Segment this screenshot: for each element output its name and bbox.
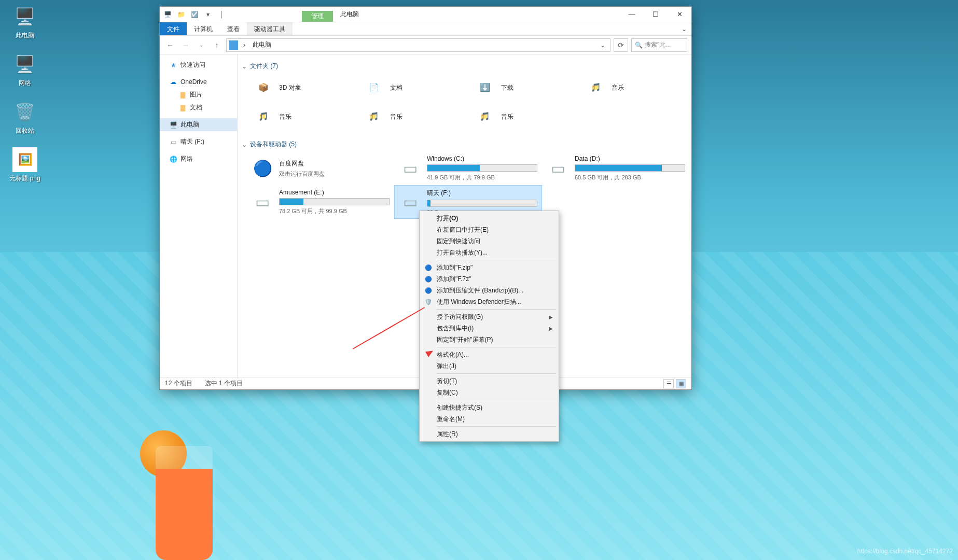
desktop-icon-network[interactable]: 🖥️网络 [5,52,45,88]
menu-separator [437,373,556,374]
drive-item[interactable]: ▭Data (D:)60.5 GB 可用，共 283 GB [543,152,689,185]
image-file-icon: 🖼️ [12,147,37,172]
folder-icon: 📁📦 [251,76,274,99]
desktop-icon-image-file[interactable]: 🖼️无标题.png [5,147,45,183]
menu-item-label: 创建快捷方式(S) [437,403,482,412]
back-button[interactable]: ← [164,39,176,51]
monitor-icon: 🖥️ [12,4,37,29]
minimize-button[interactable]: — [620,7,644,22]
menu-item-label: 弹出(J) [437,362,456,371]
drive-item[interactable]: ▭Windows (C:)41.9 GB 可用，共 79.9 GB [395,152,542,185]
close-button[interactable]: ✕ [668,7,691,22]
submenu-arrow-icon: ▶ [549,314,553,320]
sidebar-onedrive[interactable]: ☁OneDrive [160,76,237,88]
desktop-icon-this-pc[interactable]: 🖥️此电脑 [5,4,45,40]
forward-button[interactable]: → [179,39,192,51]
group-header-folders[interactable]: ⌄文件夹 (7) [240,59,689,74]
menu-item[interactable]: 固定到"开始"屏幕(P) [421,334,557,345]
menu-item[interactable]: 剪切(T) [421,375,557,387]
menu-item[interactable]: 复制(C) [421,387,557,398]
desktop-icon-label: 此电脑 [5,31,45,40]
window-title: 此电脑 [333,7,366,22]
icons-view-button[interactable]: ▦ [676,379,686,388]
titlebar[interactable]: 🖥️ 📁 ☑️ ▾ │ 管理 此电脑 — ☐ ✕ [160,7,691,22]
folder-item[interactable]: 📁🎵音乐 [469,103,579,131]
menu-item[interactable]: 在新窗口中打开(E) [421,224,557,235]
folder-item[interactable]: 📁🎵音乐 [358,103,468,131]
submenu-arrow-icon: ▶ [549,326,553,331]
group-label: 文件夹 (7) [250,62,278,71]
drives-grid: 🔵百度网盘双击运行百度网盘▭Windows (C:)41.9 GB 可用，共 7… [240,152,689,218]
sidebar-network[interactable]: 🌐网络 [160,152,237,165]
menu-item-label: 添加到"F.zip" [437,263,473,272]
menu-item[interactable]: 格式化(A)... [421,349,557,360]
sidebar-drive-f[interactable]: ▭晴天 (F:) [160,135,237,148]
menu-item-label: 添加到"F.7z" [437,275,471,284]
breadcrumb-this-pc[interactable]: 此电脑 [251,39,273,50]
search-placeholder: 搜索"此... [645,40,671,49]
folder-item[interactable]: 📁⬇️下载 [469,74,579,102]
search-input[interactable]: 🔍 搜索"此... [631,38,687,52]
menu-item[interactable]: 属性(R) [421,428,557,440]
sidebar-this-pc[interactable]: 🖥️此电脑 [160,118,237,131]
menu-item-icon: 🛡️ [424,298,433,306]
menu-item[interactable]: 弹出(J) [421,360,557,372]
star-icon: ★ [169,61,177,69]
desktop-icon-recycle-bin[interactable]: 🗑️回收站 [5,100,45,135]
details-view-button[interactable]: ☰ [663,379,674,388]
tab-computer[interactable]: 计算机 [187,22,220,35]
menu-item[interactable]: 🔵添加到"F.7z" [421,273,557,285]
menu-item[interactable]: 打开(O) [421,213,557,224]
folder-icon: ▇ [178,104,187,112]
drive-subtitle: 双击运行百度网盘 [279,170,390,178]
sidebar-label: 晴天 (F:) [181,137,204,146]
recent-dropdown-icon[interactable]: ⌄ [195,39,207,51]
chevron-down-icon: ⌄ [242,63,247,70]
address-bar[interactable]: › 此电脑 ⌄ [226,38,610,52]
menu-item[interactable]: 重命名(M) [421,413,557,425]
menu-item[interactable]: 🔵添加到"F.zip" [421,262,557,273]
tab-file[interactable]: 文件 [160,22,187,35]
address-dropdown-icon[interactable]: ⌄ [598,41,608,49]
menu-item[interactable]: 创建快捷方式(S) [421,402,557,413]
manage-tab[interactable]: 管理 [302,11,333,22]
folder-icon[interactable]: 📁 [175,9,187,20]
folder-item[interactable]: 📁🎵音乐 [579,74,689,102]
menu-item[interactable]: 🔵添加到压缩文件 (Bandizip)(B)... [421,285,557,296]
app-icon: 🔵 [251,157,274,180]
ribbon-expand-icon[interactable]: ⌄ [677,22,691,35]
menu-item[interactable]: 🛡️使用 Windows Defender扫描... [421,296,557,307]
disk-icon: ▭ [399,157,422,180]
menu-item-icon: 🔵 [424,286,433,295]
drive-item[interactable]: ▭Amusement (E:)78.2 GB 可用，共 99.9 GB [247,186,394,218]
sidebar-onedrive-documents[interactable]: ▇文档 [160,101,237,114]
menu-item[interactable]: 打开自动播放(Y)... [421,247,557,258]
folder-item[interactable]: 📁📄文档 [358,74,468,102]
menu-item[interactable]: 授予访问权限(G)▶ [421,311,557,323]
up-button[interactable]: ↑ [211,39,223,51]
menu-item-label: 使用 Windows Defender扫描... [437,298,521,306]
menu-item[interactable]: 包含到库中(I)▶ [421,323,557,334]
tab-drive-tools[interactable]: 驱动器工具 [247,22,293,35]
sidebar-quick-access[interactable]: ★快速访问 [160,59,237,72]
tab-view[interactable]: 查看 [220,22,247,35]
qat-dropdown-icon[interactable]: ▾ [202,9,214,20]
folder-item[interactable]: 📁📦3D 对象 [247,74,357,102]
folder-item[interactable]: 📁🎵音乐 [247,103,357,131]
folder-icon: 📁📄 [362,76,385,99]
cloud-icon: ☁ [169,78,177,86]
folder-label: 音乐 [390,113,402,121]
drive-item[interactable]: 🔵百度网盘双击运行百度网盘 [247,152,394,185]
maximize-button[interactable]: ☐ [644,7,668,22]
group-header-drives[interactable]: ⌄设备和驱动器 (5) [240,137,689,152]
menu-item-label: 格式化(A)... [437,351,469,359]
context-menu: 打开(O)在新窗口中打开(E)固定到快速访问打开自动播放(Y)...🔵添加到"F… [419,211,559,442]
trash-icon: 🗑️ [12,100,37,124]
divider-icon: │ [216,9,227,20]
refresh-button[interactable]: ⟳ [614,38,628,52]
menu-item-label: 在新窗口中打开(E) [437,226,489,234]
sidebar-onedrive-pictures[interactable]: ▇图片 [160,88,237,101]
menu-item[interactable]: 固定到快速访问 [421,235,557,247]
menu-item-icon: 🔵 [424,263,433,272]
checkbox-icon[interactable]: ☑️ [189,9,200,20]
